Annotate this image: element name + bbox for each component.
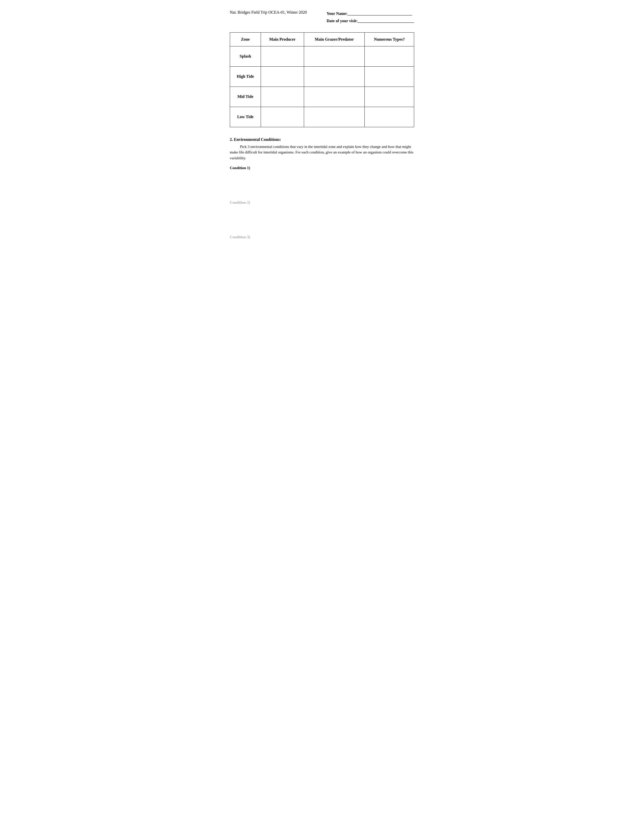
header-right: Your Name:______________________________…	[327, 10, 414, 25]
table-header-row: Zone Main Producer Main Grazer/Predator …	[230, 32, 414, 46]
zone-low-tide: Low Tide	[230, 107, 261, 127]
zone-mid-tide: Mid Tide	[230, 87, 261, 107]
splash-producer[interactable]	[261, 46, 304, 66]
section-2-body: Pick 3 environmental conditions that var…	[230, 144, 414, 161]
splash-numerous[interactable]	[365, 46, 414, 66]
course-info: Nat. Bridges Field Trip OCEA-01, Winter …	[230, 10, 307, 14]
condition-3-label: Condition 3)	[230, 235, 414, 239]
condition-2-label: Condition 2)	[230, 200, 414, 205]
page-header: Nat. Bridges Field Trip OCEA-01, Winter …	[230, 10, 414, 25]
table-row: Mid Tide	[230, 87, 414, 107]
splash-grazer[interactable]	[304, 46, 365, 66]
high-tide-producer[interactable]	[261, 66, 304, 87]
high-tide-grazer[interactable]	[304, 66, 365, 87]
mid-tide-grazer[interactable]	[304, 87, 365, 107]
date-field[interactable]: Date of your visit:_____________________…	[327, 18, 414, 25]
zones-table: Zone Main Producer Main Grazer/Predator …	[230, 32, 414, 127]
your-name-field[interactable]: Your Name:______________________________…	[327, 10, 414, 18]
zone-high-tide: High Tide	[230, 66, 261, 87]
table-row: Splash	[230, 46, 414, 66]
low-tide-numerous[interactable]	[365, 107, 414, 127]
table-row: Low Tide	[230, 107, 414, 127]
table-row: High Tide	[230, 66, 414, 87]
section-2: 2. Environmental Conditions: Pick 3 envi…	[230, 137, 414, 240]
low-tide-producer[interactable]	[261, 107, 304, 127]
col-numerous-types: Numerous Types?	[365, 32, 414, 46]
low-tide-grazer[interactable]	[304, 107, 365, 127]
condition-1-label: Condition 1)	[230, 166, 414, 170]
col-main-producer: Main Producer	[261, 32, 304, 46]
col-main-grazer: Main Grazer/Predator	[304, 32, 365, 46]
section-2-title: 2. Environmental Conditions:	[230, 137, 414, 142]
zone-splash: Splash	[230, 46, 261, 66]
header-left: Nat. Bridges Field Trip OCEA-01, Winter …	[230, 10, 307, 14]
col-zone: Zone	[230, 32, 261, 46]
high-tide-numerous[interactable]	[365, 66, 414, 87]
mid-tide-producer[interactable]	[261, 87, 304, 107]
mid-tide-numerous[interactable]	[365, 87, 414, 107]
